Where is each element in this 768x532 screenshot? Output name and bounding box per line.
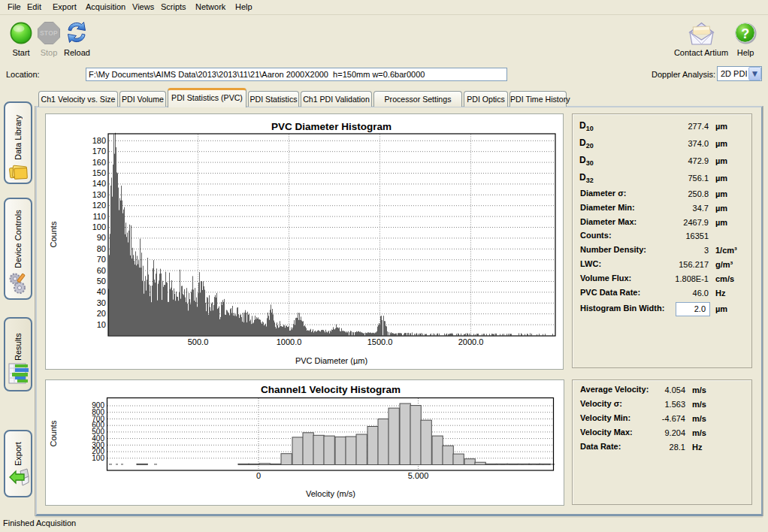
- svg-text:30: 30: [97, 298, 106, 307]
- svg-text:Counts: Counts: [49, 221, 58, 247]
- svg-text:500.0: 500.0: [188, 337, 209, 346]
- svg-text:130: 130: [92, 190, 106, 199]
- svg-text:1500.0: 1500.0: [367, 337, 393, 346]
- svg-text:5.000: 5.000: [408, 471, 429, 480]
- svg-text:40: 40: [97, 287, 106, 296]
- svg-text:170: 170: [92, 147, 106, 156]
- svg-text:Channel1 Velocity Histogram: Channel1 Velocity Histogram: [261, 384, 401, 395]
- svg-text:900: 900: [92, 401, 104, 410]
- svg-text:20: 20: [97, 309, 106, 318]
- svg-text:PVC Diameter (µm): PVC Diameter (µm): [295, 356, 367, 365]
- svg-text:100: 100: [92, 222, 106, 231]
- svg-text:80: 80: [97, 244, 106, 253]
- svg-text:110: 110: [92, 212, 106, 221]
- svg-text:160: 160: [92, 158, 106, 167]
- svg-text:60: 60: [97, 266, 106, 275]
- svg-text:50: 50: [97, 277, 106, 286]
- svg-text:70: 70: [97, 255, 106, 264]
- svg-text:2000.0: 2000.0: [458, 337, 484, 346]
- svg-text:PVC Diameter Histogram: PVC Diameter Histogram: [271, 121, 392, 132]
- svg-text:10: 10: [97, 320, 106, 329]
- svg-text:180: 180: [92, 136, 106, 145]
- svg-text:120: 120: [92, 201, 106, 210]
- svg-text:Velocity (m/s): Velocity (m/s): [306, 489, 355, 498]
- svg-text:Counts: Counts: [49, 420, 58, 446]
- svg-text:140: 140: [92, 179, 106, 188]
- svg-text:1000.0: 1000.0: [277, 337, 302, 346]
- svg-text:90: 90: [97, 233, 106, 242]
- svg-text:0: 0: [256, 471, 261, 480]
- svg-text:150: 150: [92, 168, 106, 177]
